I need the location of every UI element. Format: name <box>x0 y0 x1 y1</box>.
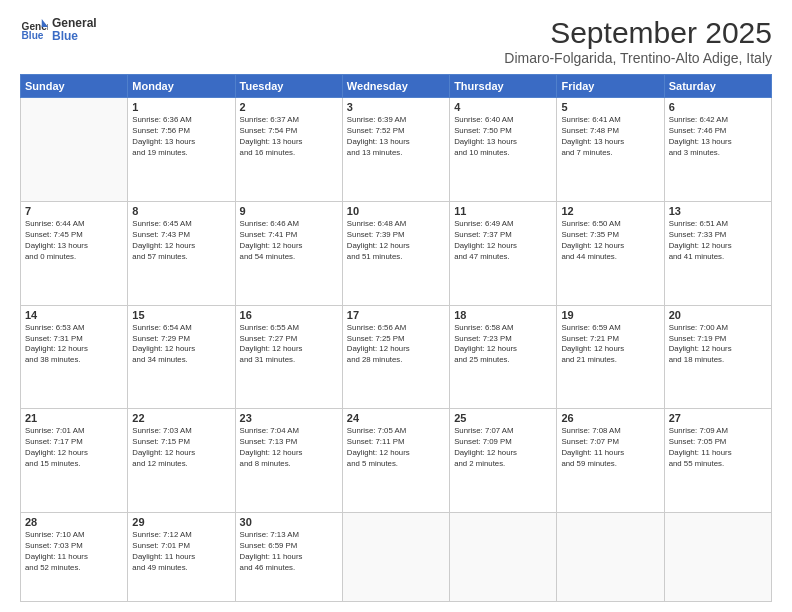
calendar-cell: 30Sunrise: 7:13 AM Sunset: 6:59 PM Dayli… <box>235 513 342 602</box>
week-row-4: 21Sunrise: 7:01 AM Sunset: 7:17 PM Dayli… <box>21 409 772 513</box>
day-info: Sunrise: 6:36 AM Sunset: 7:56 PM Dayligh… <box>132 115 230 159</box>
day-info: Sunrise: 6:56 AM Sunset: 7:25 PM Dayligh… <box>347 323 445 367</box>
calendar-cell: 3Sunrise: 6:39 AM Sunset: 7:52 PM Daylig… <box>342 98 449 202</box>
calendar-cell: 15Sunrise: 6:54 AM Sunset: 7:29 PM Dayli… <box>128 305 235 409</box>
day-number: 8 <box>132 205 230 217</box>
calendar-cell: 25Sunrise: 7:07 AM Sunset: 7:09 PM Dayli… <box>450 409 557 513</box>
day-number: 7 <box>25 205 123 217</box>
calendar-cell: 10Sunrise: 6:48 AM Sunset: 7:39 PM Dayli… <box>342 201 449 305</box>
week-row-5: 28Sunrise: 7:10 AM Sunset: 7:03 PM Dayli… <box>21 513 772 602</box>
day-number: 1 <box>132 101 230 113</box>
calendar-cell: 13Sunrise: 6:51 AM Sunset: 7:33 PM Dayli… <box>664 201 771 305</box>
day-info: Sunrise: 7:01 AM Sunset: 7:17 PM Dayligh… <box>25 426 123 470</box>
day-number: 16 <box>240 309 338 321</box>
day-number: 15 <box>132 309 230 321</box>
calendar-cell <box>342 513 449 602</box>
day-number: 27 <box>669 412 767 424</box>
calendar-cell <box>557 513 664 602</box>
day-number: 3 <box>347 101 445 113</box>
header: General Blue General Blue September 2025… <box>20 16 772 66</box>
day-number: 28 <box>25 516 123 528</box>
calendar-cell: 6Sunrise: 6:42 AM Sunset: 7:46 PM Daylig… <box>664 98 771 202</box>
day-number: 25 <box>454 412 552 424</box>
day-number: 19 <box>561 309 659 321</box>
logo-icon: General Blue <box>20 16 48 44</box>
day-number: 24 <box>347 412 445 424</box>
day-info: Sunrise: 6:54 AM Sunset: 7:29 PM Dayligh… <box>132 323 230 367</box>
svg-text:Blue: Blue <box>22 30 44 41</box>
day-number: 30 <box>240 516 338 528</box>
day-info: Sunrise: 7:03 AM Sunset: 7:15 PM Dayligh… <box>132 426 230 470</box>
calendar-cell: 24Sunrise: 7:05 AM Sunset: 7:11 PM Dayli… <box>342 409 449 513</box>
logo: General Blue General Blue <box>20 16 97 44</box>
day-number: 10 <box>347 205 445 217</box>
day-number: 12 <box>561 205 659 217</box>
calendar-cell: 11Sunrise: 6:49 AM Sunset: 7:37 PM Dayli… <box>450 201 557 305</box>
calendar-cell <box>664 513 771 602</box>
calendar-cell: 23Sunrise: 7:04 AM Sunset: 7:13 PM Dayli… <box>235 409 342 513</box>
day-number: 11 <box>454 205 552 217</box>
day-info: Sunrise: 6:46 AM Sunset: 7:41 PM Dayligh… <box>240 219 338 263</box>
calendar-cell: 14Sunrise: 6:53 AM Sunset: 7:31 PM Dayli… <box>21 305 128 409</box>
calendar-cell: 2Sunrise: 6:37 AM Sunset: 7:54 PM Daylig… <box>235 98 342 202</box>
month-title: September 2025 <box>504 16 772 50</box>
calendar-cell: 8Sunrise: 6:45 AM Sunset: 7:43 PM Daylig… <box>128 201 235 305</box>
weekday-header-monday: Monday <box>128 75 235 98</box>
title-block: September 2025 Dimaro-Folgarida, Trentin… <box>504 16 772 66</box>
day-info: Sunrise: 7:05 AM Sunset: 7:11 PM Dayligh… <box>347 426 445 470</box>
weekday-header-thursday: Thursday <box>450 75 557 98</box>
day-info: Sunrise: 7:07 AM Sunset: 7:09 PM Dayligh… <box>454 426 552 470</box>
calendar-cell: 16Sunrise: 6:55 AM Sunset: 7:27 PM Dayli… <box>235 305 342 409</box>
calendar-cell: 17Sunrise: 6:56 AM Sunset: 7:25 PM Dayli… <box>342 305 449 409</box>
day-info: Sunrise: 7:13 AM Sunset: 6:59 PM Dayligh… <box>240 530 338 574</box>
weekday-header-wednesday: Wednesday <box>342 75 449 98</box>
logo-blue: Blue <box>52 30 97 43</box>
calendar-cell: 1Sunrise: 6:36 AM Sunset: 7:56 PM Daylig… <box>128 98 235 202</box>
week-row-1: 1Sunrise: 6:36 AM Sunset: 7:56 PM Daylig… <box>21 98 772 202</box>
week-row-2: 7Sunrise: 6:44 AM Sunset: 7:45 PM Daylig… <box>21 201 772 305</box>
calendar-cell: 20Sunrise: 7:00 AM Sunset: 7:19 PM Dayli… <box>664 305 771 409</box>
weekday-header-tuesday: Tuesday <box>235 75 342 98</box>
day-number: 14 <box>25 309 123 321</box>
day-number: 4 <box>454 101 552 113</box>
calendar-cell: 5Sunrise: 6:41 AM Sunset: 7:48 PM Daylig… <box>557 98 664 202</box>
calendar-cell: 19Sunrise: 6:59 AM Sunset: 7:21 PM Dayli… <box>557 305 664 409</box>
day-number: 23 <box>240 412 338 424</box>
day-info: Sunrise: 6:59 AM Sunset: 7:21 PM Dayligh… <box>561 323 659 367</box>
day-info: Sunrise: 6:58 AM Sunset: 7:23 PM Dayligh… <box>454 323 552 367</box>
day-number: 18 <box>454 309 552 321</box>
calendar-cell <box>450 513 557 602</box>
day-info: Sunrise: 6:44 AM Sunset: 7:45 PM Dayligh… <box>25 219 123 263</box>
day-info: Sunrise: 6:49 AM Sunset: 7:37 PM Dayligh… <box>454 219 552 263</box>
day-info: Sunrise: 7:08 AM Sunset: 7:07 PM Dayligh… <box>561 426 659 470</box>
day-number: 26 <box>561 412 659 424</box>
day-info: Sunrise: 6:37 AM Sunset: 7:54 PM Dayligh… <box>240 115 338 159</box>
day-info: Sunrise: 6:45 AM Sunset: 7:43 PM Dayligh… <box>132 219 230 263</box>
location-subtitle: Dimaro-Folgarida, Trentino-Alto Adige, I… <box>504 50 772 66</box>
calendar-cell: 9Sunrise: 6:46 AM Sunset: 7:41 PM Daylig… <box>235 201 342 305</box>
calendar-cell: 28Sunrise: 7:10 AM Sunset: 7:03 PM Dayli… <box>21 513 128 602</box>
calendar-cell: 22Sunrise: 7:03 AM Sunset: 7:15 PM Dayli… <box>128 409 235 513</box>
day-info: Sunrise: 6:40 AM Sunset: 7:50 PM Dayligh… <box>454 115 552 159</box>
day-number: 2 <box>240 101 338 113</box>
calendar-cell: 12Sunrise: 6:50 AM Sunset: 7:35 PM Dayli… <box>557 201 664 305</box>
day-info: Sunrise: 6:39 AM Sunset: 7:52 PM Dayligh… <box>347 115 445 159</box>
calendar-cell: 26Sunrise: 7:08 AM Sunset: 7:07 PM Dayli… <box>557 409 664 513</box>
day-number: 5 <box>561 101 659 113</box>
day-info: Sunrise: 6:53 AM Sunset: 7:31 PM Dayligh… <box>25 323 123 367</box>
calendar-cell: 21Sunrise: 7:01 AM Sunset: 7:17 PM Dayli… <box>21 409 128 513</box>
day-info: Sunrise: 6:51 AM Sunset: 7:33 PM Dayligh… <box>669 219 767 263</box>
day-number: 29 <box>132 516 230 528</box>
calendar-cell: 4Sunrise: 6:40 AM Sunset: 7:50 PM Daylig… <box>450 98 557 202</box>
calendar-cell: 27Sunrise: 7:09 AM Sunset: 7:05 PM Dayli… <box>664 409 771 513</box>
day-info: Sunrise: 7:12 AM Sunset: 7:01 PM Dayligh… <box>132 530 230 574</box>
calendar-cell <box>21 98 128 202</box>
day-info: Sunrise: 6:42 AM Sunset: 7:46 PM Dayligh… <box>669 115 767 159</box>
day-info: Sunrise: 7:00 AM Sunset: 7:19 PM Dayligh… <box>669 323 767 367</box>
day-number: 20 <box>669 309 767 321</box>
day-info: Sunrise: 7:10 AM Sunset: 7:03 PM Dayligh… <box>25 530 123 574</box>
day-info: Sunrise: 6:55 AM Sunset: 7:27 PM Dayligh… <box>240 323 338 367</box>
day-info: Sunrise: 6:48 AM Sunset: 7:39 PM Dayligh… <box>347 219 445 263</box>
day-info: Sunrise: 6:41 AM Sunset: 7:48 PM Dayligh… <box>561 115 659 159</box>
weekday-header-row: SundayMondayTuesdayWednesdayThursdayFrid… <box>21 75 772 98</box>
